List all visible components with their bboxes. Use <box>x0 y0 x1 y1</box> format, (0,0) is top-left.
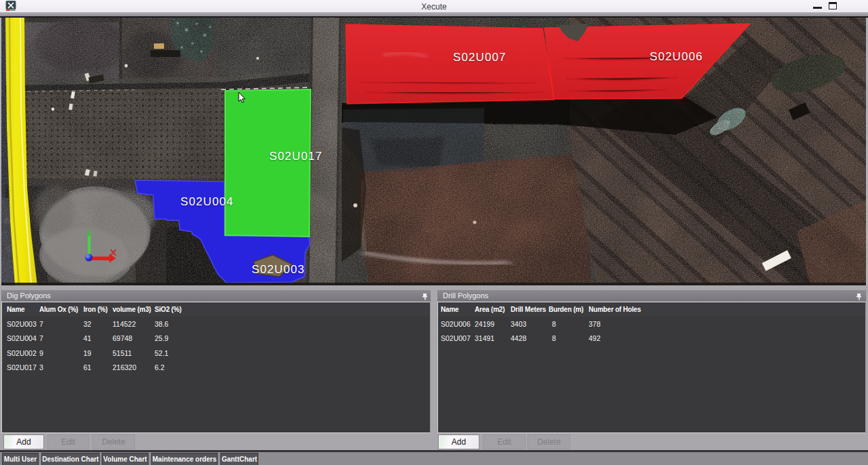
svg-text:S02U003: S02U003 <box>252 263 305 276</box>
svg-text:S02U004: S02U004 <box>180 195 234 208</box>
svg-text:S02U006: S02U006 <box>650 50 703 63</box>
svg-text:S02U007: S02U007 <box>453 51 507 64</box>
svg-text:S02U017: S02U017 <box>269 150 323 163</box>
